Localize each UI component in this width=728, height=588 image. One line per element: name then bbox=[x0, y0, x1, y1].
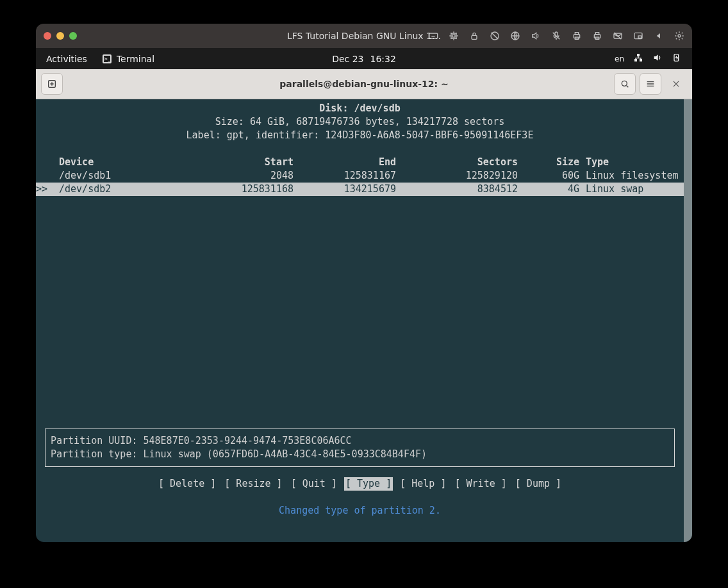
search-button[interactable] bbox=[614, 73, 636, 95]
status-message: Changed type of partition 2. bbox=[36, 504, 684, 518]
terminal-scrollbar[interactable] bbox=[684, 99, 692, 542]
cfdisk-menu-item[interactable]: [ Resize ] bbox=[223, 477, 283, 491]
gnome-activities[interactable]: Activities bbox=[46, 54, 87, 64]
cfdisk-menu-item[interactable]: [ Delete ] bbox=[157, 477, 217, 491]
gear-icon[interactable] bbox=[674, 31, 684, 41]
traffic-lights bbox=[44, 32, 77, 40]
cfdisk-menu: [ Delete ] [ Resize ] [ Quit ] [ Type ] … bbox=[36, 477, 684, 491]
col-sectors: Sectors bbox=[396, 156, 518, 169]
col-type: Type bbox=[579, 156, 684, 169]
svg-rect-11 bbox=[595, 33, 599, 35]
gnome-window-header: parallels@debian-gnu-linux-12: ~ bbox=[36, 69, 692, 99]
gnome-volume-icon[interactable] bbox=[652, 53, 663, 65]
terminal-app-icon: >_ bbox=[103, 54, 112, 63]
lock-icon[interactable] bbox=[469, 31, 479, 41]
cfdisk-menu-item[interactable]: [ Write ] bbox=[453, 477, 508, 491]
picture-in-picture-icon[interactable] bbox=[633, 31, 643, 41]
mac-titlebar-icons bbox=[428, 31, 684, 41]
svg-point-16 bbox=[678, 35, 681, 37]
disk-label: Disk: /dev/sdb bbox=[319, 102, 400, 114]
svg-rect-1 bbox=[451, 33, 456, 38]
svg-rect-19 bbox=[637, 54, 640, 56]
gnome-date: Dec 23 bbox=[332, 54, 363, 64]
col-size: Size bbox=[518, 156, 579, 169]
vm-window: LFS Tutorial Debian GNU Linux 1… Activit… bbox=[36, 24, 692, 542]
svg-rect-15 bbox=[638, 36, 641, 38]
col-start: Start bbox=[172, 156, 294, 169]
close-button[interactable] bbox=[665, 73, 687, 95]
mac-titlebar: LFS Tutorial Debian GNU Linux 1… bbox=[36, 24, 692, 48]
printer-icon[interactable] bbox=[572, 31, 582, 41]
globe-icon[interactable] bbox=[510, 31, 520, 41]
hamburger-menu-button[interactable] bbox=[640, 73, 661, 95]
svg-rect-18 bbox=[640, 59, 642, 61]
table-header: Device Start End Sectors Size Type bbox=[36, 156, 684, 169]
gnome-clock[interactable]: Dec 23 16:32 bbox=[332, 54, 396, 64]
minimise-window-button[interactable] bbox=[56, 32, 64, 40]
gnome-active-app-label: Terminal bbox=[117, 54, 154, 64]
table-row[interactable]: >>/dev/sdb212583116813421567983845124GLi… bbox=[36, 183, 684, 196]
printer2-icon[interactable] bbox=[592, 31, 602, 41]
terminal-content[interactable]: Disk: /dev/sdb Size: 64 GiB, 68719476736… bbox=[36, 99, 692, 542]
volume-icon[interactable] bbox=[531, 31, 541, 41]
svg-point-22 bbox=[622, 81, 627, 86]
svg-rect-17 bbox=[634, 59, 637, 61]
back-triangle-icon[interactable] bbox=[654, 31, 664, 41]
new-tab-button[interactable] bbox=[41, 73, 63, 95]
gnome-lang-indicator[interactable]: en bbox=[615, 54, 624, 63]
disk-size-line: Size: 64 GiB, 68719476736 bytes, 1342177… bbox=[36, 115, 684, 129]
network-off-icon[interactable] bbox=[490, 31, 500, 41]
partition-table: Device Start End Sectors Size Type /dev/… bbox=[36, 156, 684, 196]
cpu-icon[interactable] bbox=[449, 31, 459, 41]
gnome-power-icon[interactable] bbox=[672, 53, 682, 65]
table-row[interactable]: /dev/sdb1204812583116712582912060GLinux … bbox=[36, 169, 684, 183]
terminal-title: parallels@debian-gnu-linux-12: ~ bbox=[279, 79, 448, 89]
window-title: LFS Tutorial Debian GNU Linux 1… bbox=[287, 31, 441, 41]
partition-info-box: Partition UUID: 548E87E0-2353-9244-9474-… bbox=[45, 429, 675, 467]
mail-off-icon[interactable] bbox=[613, 31, 623, 41]
col-end: End bbox=[294, 156, 396, 169]
svg-rect-8 bbox=[575, 33, 578, 35]
gnome-network-icon[interactable] bbox=[633, 53, 643, 65]
gnome-time: 16:32 bbox=[370, 54, 396, 64]
disk-label-line: Label: gpt, identifier: 124D3F80-A6A8-50… bbox=[36, 129, 684, 142]
svg-rect-3 bbox=[472, 35, 477, 39]
cfdisk-menu-item[interactable]: [ Dump ] bbox=[514, 477, 563, 491]
cfdisk-menu-item[interactable]: [ Quit ] bbox=[290, 477, 338, 491]
gnome-top-bar: Activities >_ Terminal Dec 23 16:32 en bbox=[36, 48, 692, 69]
mic-off-icon[interactable] bbox=[551, 31, 561, 41]
svg-rect-2 bbox=[452, 35, 455, 37]
zoom-window-button[interactable] bbox=[69, 32, 77, 40]
gnome-active-app[interactable]: >_ Terminal bbox=[103, 54, 154, 64]
col-device: Device bbox=[59, 156, 172, 169]
cfdisk-menu-item[interactable]: [ Help ] bbox=[399, 477, 447, 491]
close-window-button[interactable] bbox=[44, 32, 51, 40]
cfdisk-menu-item[interactable]: [ Type ] bbox=[344, 477, 393, 491]
